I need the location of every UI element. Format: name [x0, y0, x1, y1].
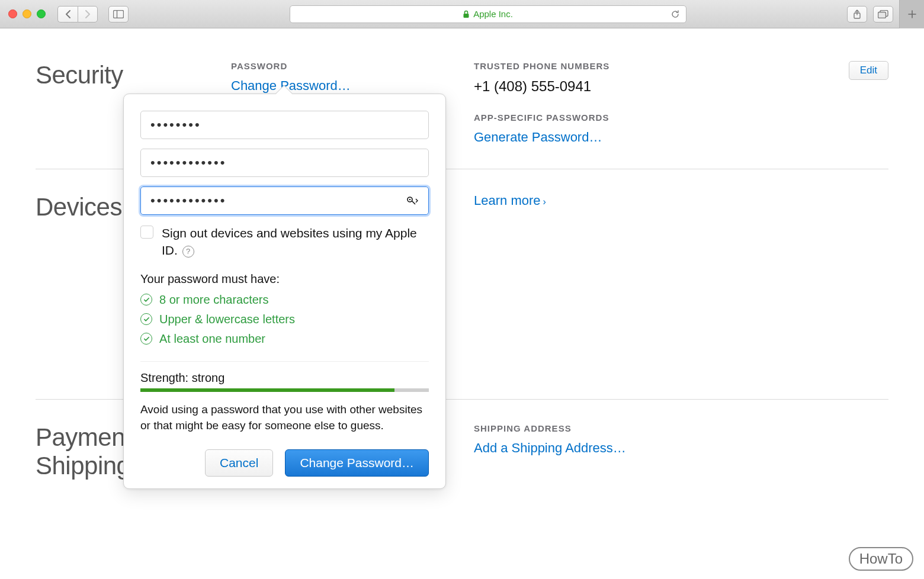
learn-more-label: Learn more [474, 193, 541, 208]
browser-toolbar: Apple Inc. [0, 0, 924, 28]
req-length-label: 8 or more characters [159, 293, 269, 307]
sidebar-button[interactable] [108, 6, 129, 22]
window-controls [8, 9, 46, 18]
new-password-mask: •••••••••••• [150, 155, 226, 171]
signout-checkbox[interactable] [140, 226, 153, 239]
check-icon [140, 333, 152, 345]
check-icon [140, 313, 152, 325]
req-number: At least one number [140, 332, 429, 346]
chevron-right-icon: › [543, 197, 546, 207]
strength-meter [140, 388, 429, 392]
check-icon [140, 294, 152, 305]
cancel-button[interactable]: Cancel [205, 449, 273, 477]
minimize-window-icon[interactable] [23, 9, 31, 18]
help-icon[interactable]: ? [182, 246, 194, 258]
password-label: PASSWORD [231, 61, 474, 71]
trusted-phone-value: +1 (408) 555-0941 [474, 78, 849, 95]
new-tab-button[interactable] [899, 0, 924, 28]
fullscreen-window-icon[interactable] [37, 9, 46, 18]
current-password-mask: •••••••• [150, 117, 201, 133]
req-number-label: At least one number [159, 332, 265, 346]
req-case: Upper & lowercase letters [140, 313, 429, 326]
current-password-input[interactable]: •••••••• [140, 111, 429, 139]
confirm-password-input[interactable]: •••••••••••• [140, 186, 429, 215]
nav-buttons [57, 6, 98, 22]
change-password-popover: •••••••• •••••••••••• •••••••••••• Sign … [123, 94, 446, 489]
strength-fill [140, 388, 394, 392]
edit-button[interactable]: Edit [849, 61, 888, 80]
watermark: HowTo [849, 547, 913, 571]
add-shipping-link[interactable]: Add a Shipping Address… [474, 440, 888, 456]
strength-label: Strength: strong [140, 361, 429, 385]
back-button[interactable] [57, 6, 78, 22]
shipping-label: SHIPPING ADDRESS [474, 423, 888, 433]
svg-rect-2 [464, 14, 469, 18]
new-password-input[interactable]: •••••••••••• [140, 149, 429, 177]
change-password-button[interactable]: Change Password… [285, 449, 429, 477]
share-button[interactable] [847, 6, 867, 22]
lock-icon [463, 10, 470, 18]
url-bar[interactable]: Apple Inc. [290, 5, 686, 23]
signout-label: Sign out devices and websites using my A… [162, 224, 429, 259]
url-site-name: Apple Inc. [473, 9, 513, 19]
generate-password-link[interactable]: Generate Password… [474, 130, 849, 145]
keychain-icon[interactable] [407, 197, 419, 205]
requirements-heading: Your password must have: [140, 272, 429, 286]
confirm-password-mask: •••••••••••• [150, 193, 226, 208]
app-specific-label: APP-SPECIFIC PASSWORDS [474, 112, 849, 123]
forward-button[interactable] [78, 6, 98, 22]
svg-rect-5 [878, 12, 886, 18]
password-advice: Avoid using a password that you use with… [140, 401, 429, 434]
change-password-link[interactable]: Change Password… [231, 78, 474, 94]
trusted-phone-label: TRUSTED PHONE NUMBERS [474, 61, 849, 71]
svg-point-7 [409, 199, 410, 200]
req-length: 8 or more characters [140, 293, 429, 307]
tabs-button[interactable] [873, 6, 893, 22]
refresh-icon[interactable] [670, 9, 680, 19]
learn-more-link[interactable]: Learn more› [474, 193, 546, 208]
req-case-label: Upper & lowercase letters [159, 313, 295, 326]
signout-label-text: Sign out devices and websites using my A… [162, 226, 417, 257]
close-window-icon[interactable] [8, 9, 17, 18]
svg-rect-0 [114, 10, 124, 18]
